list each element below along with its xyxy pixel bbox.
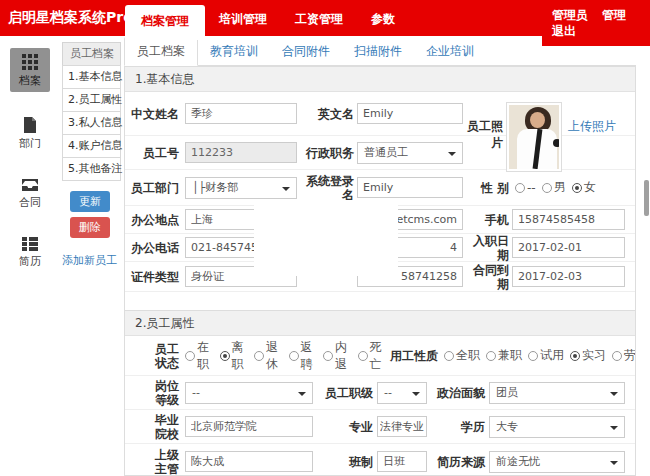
- form-row: 员工状态 在职 离职 退休 返聘 内退 死亡 用工性质 全职 兼职 试用 实习 …: [125, 336, 635, 376]
- gender-radio-none[interactable]: [515, 183, 525, 193]
- delete-button[interactable]: 删除: [70, 217, 110, 238]
- chevron-down-icon: [610, 461, 618, 469]
- emptype-radio-parttime[interactable]: [486, 351, 496, 361]
- resume-source-value: 前途无忧: [496, 454, 540, 469]
- mobile-input[interactable]: [512, 209, 625, 230]
- nav-parameters[interactable]: 参数: [357, 3, 409, 36]
- update-button[interactable]: 更新: [70, 191, 110, 212]
- staff-rank-label: 员工职级: [313, 386, 373, 400]
- gender-radio-male[interactable]: [542, 183, 552, 193]
- contract-end-input[interactable]: [512, 266, 625, 287]
- status-radio-retired[interactable]: [254, 351, 264, 361]
- logout-link[interactable]: 退出: [552, 23, 588, 39]
- sidebar-item-label: 部门: [8, 136, 52, 151]
- menu-item-basic-info[interactable]: 1.基本信息: [62, 65, 121, 89]
- id-type-label: 证件类型: [131, 270, 179, 284]
- chinese-name-input[interactable]: [185, 103, 297, 124]
- menu-item-private-info[interactable]: 3.私人信息: [62, 111, 121, 135]
- user-links: 管理员 退出 管理: [542, 0, 650, 46]
- shift-input[interactable]: [377, 451, 427, 472]
- post-grade-label: 岗位等级: [131, 379, 179, 407]
- sidebar-item-contract[interactable]: 合同: [8, 177, 52, 210]
- tab-employee-archive[interactable]: 员工档案: [124, 37, 198, 66]
- supervisor-label: 上级主管: [131, 448, 179, 476]
- grid-icon: [10, 53, 50, 71]
- user-links-column: 管理员 退出: [552, 7, 588, 46]
- employee-photo-image: [509, 105, 559, 169]
- staff-rank-select[interactable]: --: [377, 382, 427, 404]
- nav-archive-management[interactable]: 档案管理: [125, 5, 205, 40]
- political-status-label: 政治面貌: [427, 386, 485, 400]
- employee-status-radio-group: 在职 离职 退休 返聘 内退 死亡: [179, 339, 386, 373]
- admin-link[interactable]: 管理员: [552, 7, 588, 23]
- hire-date-input[interactable]: [512, 237, 625, 258]
- menu-item-other-notes[interactable]: 5.其他备注: [62, 157, 121, 181]
- chinese-name-label: 中文姓名: [131, 107, 179, 121]
- tab-contract-attachments[interactable]: 合同附件: [270, 38, 342, 65]
- emptype-radio-fulltime[interactable]: [444, 351, 454, 361]
- status-radio-early-retired[interactable]: [323, 351, 333, 361]
- sidebar-item-resume[interactable]: 简历: [8, 236, 52, 269]
- status-radio-deceased[interactable]: [358, 351, 368, 361]
- post-grade-value: --: [192, 386, 200, 399]
- resume-source-select[interactable]: 前途无忧: [489, 451, 625, 473]
- login-name-input[interactable]: [357, 177, 463, 198]
- gender-label: 性 别: [463, 181, 509, 195]
- scrollbar-thumb[interactable]: [644, 180, 649, 216]
- emptype-radio-intern[interactable]: [570, 351, 580, 361]
- political-status-select[interactable]: 团员: [489, 382, 625, 404]
- department-select[interactable]: │├财务部: [185, 177, 297, 199]
- sidebar-item-label: 档案: [10, 73, 50, 88]
- chevron-down-icon: [282, 187, 290, 195]
- supervisor-input[interactable]: [185, 451, 313, 472]
- employee-photo[interactable]: [506, 102, 562, 172]
- sidebar-item-archive[interactable]: 档案: [10, 48, 50, 92]
- tab-scan-attachments[interactable]: 扫描附件: [342, 38, 414, 65]
- status-radio-resigned[interactable]: [220, 351, 230, 361]
- menu-item-employee-attrs[interactable]: 2.员工属性: [62, 88, 121, 112]
- status-radio-active[interactable]: [185, 351, 195, 361]
- department-label: 员工部门: [131, 181, 179, 195]
- employee-no-label: 员工号: [131, 146, 179, 160]
- chevron-down-icon: [298, 392, 306, 400]
- gender-radio-female[interactable]: [572, 183, 582, 193]
- contract-end-label: 合同到期: [463, 263, 509, 291]
- nav-salary-management[interactable]: 工资管理: [281, 3, 357, 36]
- upload-photo-link[interactable]: 上传照片: [568, 118, 616, 135]
- degree-label: 学历: [427, 420, 485, 434]
- major-input[interactable]: [377, 416, 427, 437]
- tab-education-training[interactable]: 教育培训: [198, 38, 270, 65]
- form-row: 岗位等级 -- 员工职级 -- 政治面貌 团员: [125, 376, 635, 410]
- document-icon: [8, 116, 52, 134]
- mobile-label: 手机: [463, 213, 509, 227]
- chevron-down-icon: [448, 152, 456, 160]
- app-window: 启明星档案系统Profile 档案管理 培训管理 工资管理 参数 管理员 退出 …: [0, 0, 650, 476]
- top-nav: 档案管理 培训管理 工资管理 参数: [125, 0, 409, 36]
- blank-popup-overlay: [254, 200, 398, 276]
- status-radio-rehired[interactable]: [289, 351, 299, 361]
- sidebar-item-department[interactable]: 部门: [8, 116, 52, 151]
- icon-sidebar: 档案 部门 合同 简历: [0, 36, 60, 476]
- emptype-radio-contractor[interactable]: [612, 351, 622, 361]
- manage-link[interactable]: 管理: [602, 7, 626, 46]
- list-icon: [8, 236, 52, 252]
- political-status-value: 团员: [496, 385, 518, 400]
- add-new-employee-link[interactable]: 添加新员工: [62, 253, 121, 268]
- english-name-label: 英文名: [297, 107, 354, 121]
- status-option-label: 返聘: [301, 339, 318, 373]
- admin-post-value: 普通员工: [364, 145, 408, 160]
- staff-rank-value: --: [384, 386, 392, 399]
- nav-training-management[interactable]: 培训管理: [205, 3, 281, 36]
- menu-item-account-info[interactable]: 4.账户信息: [62, 134, 121, 158]
- emptype-option-label: 兼职: [498, 347, 522, 364]
- status-option-label: 死亡: [370, 339, 387, 373]
- post-grade-select[interactable]: --: [185, 382, 313, 404]
- degree-select[interactable]: 大专: [489, 416, 625, 438]
- emptype-radio-probation[interactable]: [528, 351, 538, 361]
- english-name-input[interactable]: [357, 103, 463, 124]
- major-label: 专业: [313, 420, 373, 434]
- tab-enterprise-training[interactable]: 企业培训: [414, 38, 486, 65]
- admin-post-select[interactable]: 普通员工: [357, 142, 463, 164]
- school-input[interactable]: [185, 416, 313, 437]
- main-content: 员工档案 教育培训 合同附件 扫描附件 企业培训 1.基本信息 中文姓名 英文名…: [124, 40, 636, 476]
